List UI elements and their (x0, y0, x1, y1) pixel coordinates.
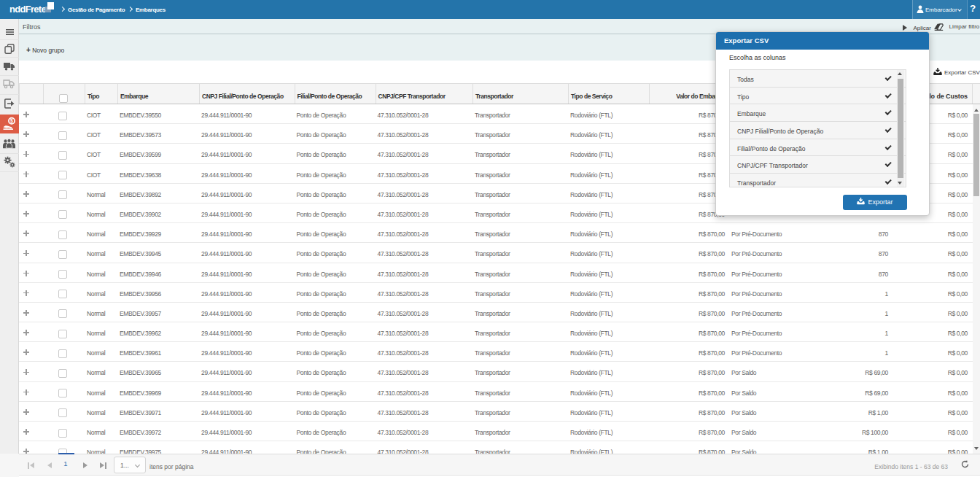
svg-text:$: $ (10, 118, 13, 124)
